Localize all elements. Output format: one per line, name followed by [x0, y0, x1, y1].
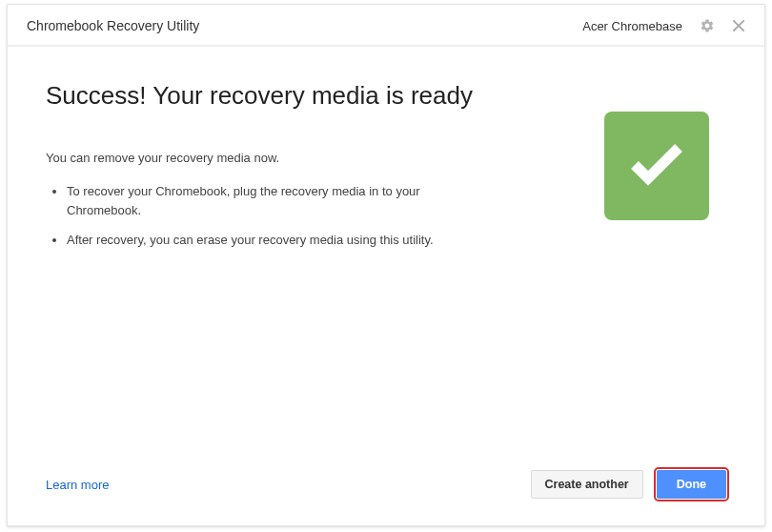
utility-window: Chromebook Recovery Utility Acer Chromeb…	[7, 4, 765, 526]
success-badge	[604, 112, 709, 220]
list-item: After recovery, you can erase your recov…	[67, 231, 465, 250]
instruction-list: To recover your Chromebook, plug the rec…	[46, 182, 465, 250]
header-bar: Chromebook Recovery Utility Acer Chromeb…	[8, 5, 764, 47]
checkmark-icon	[627, 140, 686, 192]
device-name: Acer Chromebase	[582, 19, 682, 33]
page-title: Success! Your recovery media is ready	[46, 81, 726, 111]
done-button[interactable]: Done	[657, 470, 726, 499]
intro-text: You can remove your recovery media now.	[46, 151, 484, 165]
list-item: To recover your Chromebook, plug the rec…	[67, 182, 465, 219]
learn-more-link[interactable]: Learn more	[46, 478, 109, 492]
footer-bar: Learn more Create another Done	[8, 455, 764, 525]
gear-icon[interactable]	[700, 18, 715, 33]
create-another-button[interactable]: Create another	[531, 470, 643, 499]
close-icon[interactable]	[732, 19, 745, 32]
app-title: Chromebook Recovery Utility	[27, 18, 582, 33]
main-content: Success! Your recovery media is ready Yo…	[8, 47, 764, 455]
